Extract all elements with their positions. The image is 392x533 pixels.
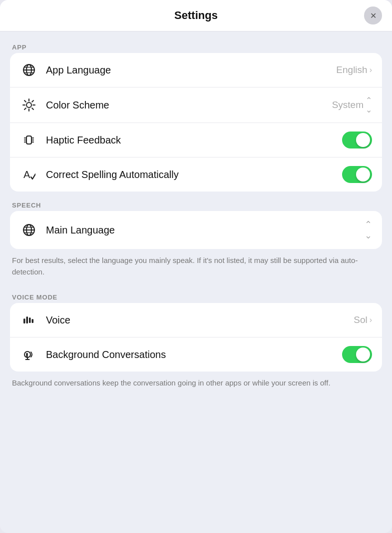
voice-mode-hint: Background conversations keep the conver… (10, 374, 382, 397)
app-section-label: APP (12, 44, 382, 51)
haptic-feedback-toggle[interactable] (342, 132, 372, 148)
voice-mode-section-label: VOICE MODE (12, 294, 382, 301)
voice-row[interactable]: Voice Sol › (10, 303, 382, 337)
haptic-feedback-row[interactable]: Haptic Feedback (10, 122, 382, 157)
speech-card: Main Language ⌃⌄ (10, 211, 382, 249)
color-scheme-value: System ⌃⌄ (332, 96, 372, 114)
voice-label: Voice (46, 314, 354, 326)
globe-icon (20, 61, 38, 79)
voice-value: Sol › (354, 314, 372, 326)
color-scheme-row[interactable]: Color Scheme System ⌃⌄ (10, 87, 382, 122)
close-button[interactable]: ✕ (364, 6, 382, 24)
svg-line-11 (32, 108, 33, 110)
voice-bars-icon (20, 311, 38, 329)
svg-point-5 (26, 102, 31, 108)
background-conversations-label: Background Conversations (46, 349, 342, 360)
color-scheme-label: Color Scheme (46, 100, 332, 111)
voice-mode-card: Voice Sol › (10, 303, 382, 372)
spell-icon: A (20, 166, 38, 184)
speech-section-label: SPEECH (12, 202, 382, 209)
app-section: APP App Language E (10, 44, 382, 194)
app-card: App Language English › (10, 53, 382, 192)
haptic-icon (20, 131, 38, 149)
updown-icon: ⌃⌄ (366, 96, 372, 114)
app-language-row[interactable]: App Language English › (10, 53, 382, 87)
settings-content: APP App Language E (0, 32, 392, 413)
svg-line-12 (32, 100, 33, 102)
globe2-icon (20, 221, 38, 239)
svg-line-10 (24, 100, 26, 102)
background-conversations-toggle[interactable] (342, 346, 372, 363)
main-language-row[interactable]: Main Language ⌃⌄ (10, 211, 382, 249)
svg-text:A: A (23, 169, 30, 180)
main-language-label: Main Language (46, 224, 365, 236)
voice-mode-section: VOICE MODE Voice Sol (10, 294, 382, 397)
correct-spelling-toggle[interactable] (342, 166, 372, 183)
correct-spelling-label: Correct Spelling Automatically (46, 169, 342, 180)
settings-title: Settings (174, 9, 218, 22)
sun-icon (20, 96, 38, 114)
bg-voice-icon (20, 346, 38, 364)
svg-rect-30 (32, 319, 34, 323)
chevron-right-icon: › (370, 66, 372, 74)
correct-spelling-row[interactable]: A Correct Spelling Automatically (10, 157, 382, 192)
svg-line-13 (24, 108, 26, 110)
app-language-label: App Language (46, 64, 336, 76)
app-language-value: English › (336, 64, 372, 76)
haptic-feedback-label: Haptic Feedback (46, 134, 342, 146)
speech-hint: For best results, select the language yo… (10, 251, 382, 286)
close-icon: ✕ (370, 11, 377, 20)
main-language-updown-icon: ⌃⌄ (365, 219, 372, 241)
settings-header: Settings ✕ (0, 0, 392, 32)
settings-modal: Settings ✕ APP (0, 0, 392, 533)
svg-rect-27 (23, 318, 25, 324)
main-language-value: ⌃⌄ (365, 219, 372, 241)
svg-rect-29 (29, 318, 31, 323)
svg-rect-14 (26, 136, 31, 144)
svg-rect-33 (26, 353, 28, 356)
background-conversations-row[interactable]: Background Conversations (10, 337, 382, 372)
svg-rect-28 (26, 316, 28, 324)
voice-chevron-icon: › (370, 316, 372, 324)
speech-section: SPEECH Main Language (10, 202, 382, 286)
